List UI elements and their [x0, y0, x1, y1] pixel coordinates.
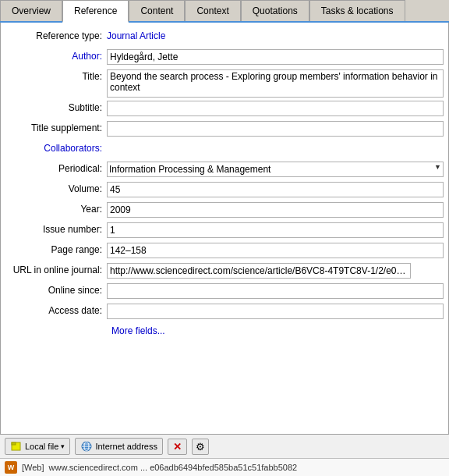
collaborators-label: Collaborators: — [5, 141, 107, 154]
local-file-icon — [10, 440, 23, 453]
internet-address-icon — [80, 440, 93, 453]
bottom-bar: Local file ▾ Internet address ✕ ⚙ W [Web… — [0, 434, 449, 476]
year-input[interactable] — [107, 202, 444, 218]
subtitle-input[interactable] — [107, 101, 444, 116]
tab-tasks-locations[interactable]: Tasks & locations — [309, 0, 405, 21]
periodical-select-wrapper: Information Processing & Management — [107, 162, 444, 177]
online-since-row: Online since: — [5, 283, 444, 300]
internet-address-button[interactable]: Internet address — [75, 438, 163, 455]
volume-input[interactable] — [107, 182, 444, 197]
periodical-select[interactable]: Information Processing & Management — [107, 162, 444, 177]
internet-address-label: Internet address — [95, 442, 157, 451]
reference-type-row: Reference type: Journal Article — [5, 29, 444, 46]
title-supplement-label: Title supplement: — [5, 121, 107, 133]
page-range-input[interactable] — [107, 243, 444, 258]
periodical-label: Periodical: — [5, 162, 107, 174]
title-row: Title: Beyond the search process - Explo… — [5, 69, 444, 98]
author-input[interactable] — [107, 49, 444, 65]
reference-type-value[interactable]: Journal Article — [107, 29, 444, 41]
year-label: Year: — [5, 202, 107, 215]
url-input[interactable] — [107, 263, 411, 279]
access-date-row: Access date: — [5, 304, 444, 321]
periodical-row: Periodical: Information Processing & Man… — [5, 162, 444, 179]
issue-number-row: Issue number: — [5, 222, 444, 240]
svg-rect-1 — [12, 442, 16, 445]
url-label: URL in online journal: — [5, 263, 107, 275]
local-file-label: Local file — [25, 442, 58, 451]
volume-row: Volume: — [5, 182, 444, 199]
author-label: Author: — [5, 49, 107, 62]
title-input[interactable]: Beyond the search process - Exploring gr… — [107, 69, 444, 98]
title-label: Title: — [5, 69, 107, 82]
bottom-toolbar: Local file ▾ Internet address ✕ ⚙ — [0, 435, 449, 459]
collaborators-value — [107, 141, 444, 143]
subtitle-label: Subtitle: — [5, 101, 107, 113]
content-area: Reference type: Journal Article Author: … — [0, 23, 449, 439]
issue-number-input[interactable] — [107, 222, 444, 238]
online-since-input[interactable] — [107, 283, 444, 299]
tab-content[interactable]: Content — [129, 0, 185, 21]
volume-label: Volume: — [5, 182, 107, 194]
issue-number-label: Issue number: — [5, 222, 107, 235]
tab-bar: Overview Reference Content Context Quota… — [0, 0, 449, 23]
access-date-input[interactable] — [107, 304, 444, 319]
gear-button[interactable]: ⚙ — [192, 439, 209, 455]
tab-overview[interactable]: Overview — [0, 0, 62, 21]
local-file-dropdown-arrow[interactable]: ▾ — [61, 442, 65, 450]
page-range-row: Page range: — [5, 243, 444, 260]
year-row: Year: — [5, 202, 444, 219]
tab-context[interactable]: Context — [185, 0, 240, 21]
page-range-label: Page range: — [5, 243, 107, 255]
title-supplement-row: Title supplement: — [5, 121, 444, 138]
web-icon: W — [5, 461, 17, 474]
tab-reference[interactable]: Reference — [62, 0, 129, 23]
access-date-label: Access date: — [5, 304, 107, 316]
title-supplement-input[interactable] — [107, 121, 444, 137]
reference-type-label: Reference type: — [5, 29, 107, 41]
author-row: Author: — [5, 49, 444, 66]
status-tag: [Web] — [22, 463, 44, 472]
tab-quotations[interactable]: Quotations — [241, 0, 309, 21]
local-file-button[interactable]: Local file ▾ — [5, 438, 70, 455]
online-since-label: Online since: — [5, 283, 107, 296]
status-bar: W [Web] www.sciencedirect.com ... e06adb… — [0, 459, 449, 476]
delete-button[interactable]: ✕ — [168, 439, 187, 455]
url-row: URL in online journal: — [5, 263, 444, 280]
collaborators-row: Collaborators: — [5, 141, 444, 158]
subtitle-row: Subtitle: — [5, 101, 444, 118]
status-url: www.sciencedirect.com ... e06adb6494bfed… — [49, 463, 298, 472]
more-fields-link[interactable]: More fields... — [111, 325, 444, 336]
